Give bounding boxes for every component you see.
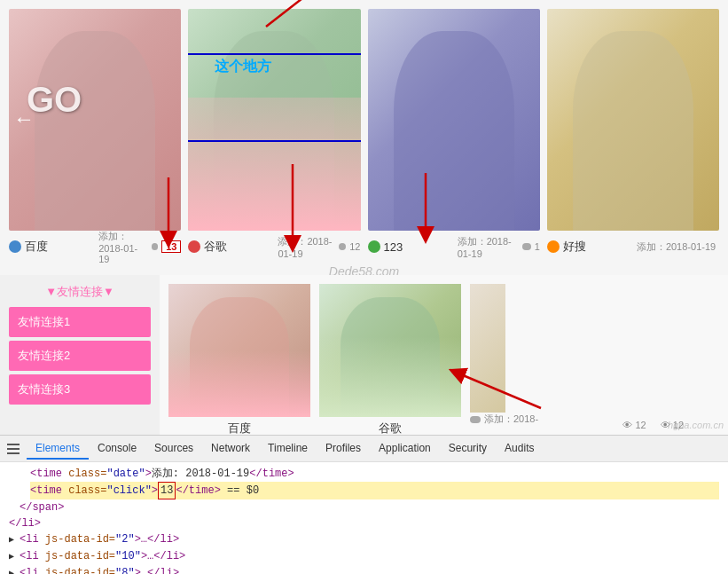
- google-icon: [188, 240, 200, 253]
- svg-rect-5: [7, 448, 20, 450]
- haosou-site-info: 好搜: [547, 239, 630, 255]
- sidebar-link-3[interactable]: 友情连接3: [9, 374, 151, 405]
- chinese-overlay-text: 这个地方: [215, 58, 271, 76]
- expand-arrow-2[interactable]: ▶: [9, 552, 20, 562]
- tab-timeline[interactable]: Timeline: [259, 438, 317, 460]
- tab-profiles[interactable]: Profiles: [317, 438, 370, 460]
- site123-icon: [368, 240, 380, 253]
- google-clicks: 12: [349, 241, 360, 252]
- baidu-site-info: 百度: [9, 239, 91, 255]
- tag-span-close: </span>: [20, 501, 64, 514]
- svg-rect-4: [7, 444, 20, 445]
- attr-data-10: js-data-id=: [45, 550, 115, 562]
- haosou-date: 添加：2018-01-19: [637, 240, 716, 254]
- main-google-card[interactable]: [319, 284, 461, 417]
- baidu-name: 百度: [25, 239, 48, 255]
- expand-arrow-1[interactable]: ▶: [9, 535, 20, 545]
- tag-li-10-end: >…</li>: [141, 550, 185, 562]
- main-content: 百度 添加：2018-01-19 13 谷歌 添加：2018-01-19 12: [160, 275, 728, 435]
- tab-elements[interactable]: Elements: [27, 438, 89, 460]
- tab-application[interactable]: Application: [370, 438, 440, 460]
- val-10: "10": [115, 550, 141, 562]
- attr-data-2: js-data-id=: [45, 533, 115, 546]
- site123-eye-icon: [522, 243, 530, 250]
- arrow-baidu-to-badge: [151, 177, 186, 248]
- tag-close1: >: [145, 468, 152, 480]
- time-text: 添加: 2018-01-19: [152, 468, 249, 480]
- tag-li-close: </li>: [9, 517, 41, 530]
- right-click-counts: 👁 12 👁 12: [622, 420, 684, 430]
- attr-class: class=: [68, 468, 106, 480]
- google-eye-icon: [339, 243, 347, 250]
- site123-date-info: 添加：2018-01-19 1: [458, 235, 540, 259]
- tag-close2: >: [152, 484, 158, 497]
- site123-clicks: 1: [535, 241, 540, 252]
- dollar0: == $0: [221, 484, 259, 497]
- code-line-4: </li>: [9, 515, 719, 531]
- tag-li-2: <li: [20, 533, 45, 546]
- val-click: "click": [106, 484, 151, 497]
- code-line-5: ▶ <li js-data-id="2">…</li>: [9, 531, 719, 548]
- image-grid: GO ← 这个地方: [0, 0, 728, 231]
- tag-li-2-end: >…</li>: [135, 533, 179, 546]
- code-line-3: </span>: [20, 499, 719, 515]
- svg-line-3: [457, 373, 541, 408]
- val-date: "date": [106, 468, 145, 480]
- go-text: GO: [27, 80, 82, 120]
- site-info-row: 百度 添加：2018-01-19 13 谷歌 添加：2018-01-19 12 …: [0, 231, 728, 263]
- click-value-highlighted: 13: [158, 482, 176, 499]
- site123-name: 123: [384, 240, 403, 254]
- tag-time-open: <time: [30, 468, 68, 480]
- devtools-panel: <time class="date">添加: 2018-01-19</time>…: [0, 461, 728, 574]
- google-name: 谷歌: [204, 239, 227, 255]
- tag-li-8-end: >…</li>: [135, 567, 179, 574]
- haosou-icon: [547, 240, 560, 253]
- middle-section: ▼友情连接▼ 友情连接1 友情连接2 友情连接3 百度 添加：2018-01-1…: [0, 275, 728, 435]
- main-google-name: 谷歌: [379, 421, 402, 435]
- main-baidu-card[interactable]: [168, 284, 310, 417]
- top-section: GO ← 这个地方 百度 添加：2018-01-19 13: [0, 0, 728, 275]
- site123-date: 添加：2018-01-19: [458, 235, 520, 259]
- tag-li-10: <li: [20, 550, 45, 562]
- code-line-2: <time class="click">13</time> == $0: [30, 482, 719, 499]
- sidebar-title: ▼友情连接▼: [9, 284, 151, 300]
- left-sidebar: ▼友情连接▼ 友情连接1 友情连接2 友情连接3: [0, 275, 160, 435]
- tab-security[interactable]: Security: [440, 438, 496, 460]
- right-count-2: 👁 12: [661, 420, 684, 430]
- tag-time-close: </time>: [249, 468, 294, 480]
- svg-rect-6: [7, 452, 20, 454]
- tag-li-8: <li: [20, 567, 45, 574]
- image-card-haosou[interactable]: [547, 9, 719, 231]
- tab-sources[interactable]: Sources: [145, 438, 202, 460]
- image-card-123[interactable]: [368, 9, 540, 231]
- expand-arrow-3[interactable]: ▶: [9, 569, 20, 574]
- sidebar-link-1[interactable]: 友情连接1: [9, 307, 151, 337]
- tag-time2-close: </time>: [176, 484, 220, 497]
- attr-class2: class=: [68, 484, 106, 497]
- main-baidu-name: 百度: [228, 421, 251, 435]
- arrow-google-to-selection: [275, 164, 310, 253]
- code-line-7: ▶ <li js-data-id="8">…</li>: [9, 565, 719, 574]
- sidebar-link-2[interactable]: 友情连接2: [9, 341, 151, 371]
- tab-network[interactable]: Network: [202, 438, 259, 460]
- tag-time2-open: <time: [30, 484, 68, 497]
- tab-audits[interactable]: Audits: [496, 438, 543, 460]
- google-site-info: 谷歌: [188, 239, 270, 255]
- watermark: Dede58.com: [329, 264, 399, 275]
- attr-data-8: js-data-id=: [45, 567, 115, 574]
- arrow-left-icon: ←: [13, 106, 35, 131]
- arrow-devtools-to-badge: [452, 364, 576, 417]
- baidu-date: 添加：2018-01-19: [98, 230, 148, 264]
- arrow-123-to-img: [408, 173, 443, 244]
- baidu-icon: [9, 240, 21, 253]
- code-line-6: ▶ <li js-data-id="10">…</li>: [9, 548, 719, 565]
- val-8: "8": [115, 567, 135, 574]
- devtools-bar: Elements Console Sources Network Timelin…: [0, 435, 728, 461]
- val-2: "2": [115, 533, 135, 546]
- right-count-1: 👁 12: [622, 420, 646, 430]
- devtools-menu-icon[interactable]: [4, 440, 22, 458]
- haosou-name: 好搜: [563, 239, 586, 255]
- code-line-1: <time class="date">添加: 2018-01-19</time>: [30, 466, 719, 482]
- haosou-date-info: 添加：2018-01-19: [637, 240, 719, 254]
- tab-console[interactable]: Console: [89, 438, 145, 460]
